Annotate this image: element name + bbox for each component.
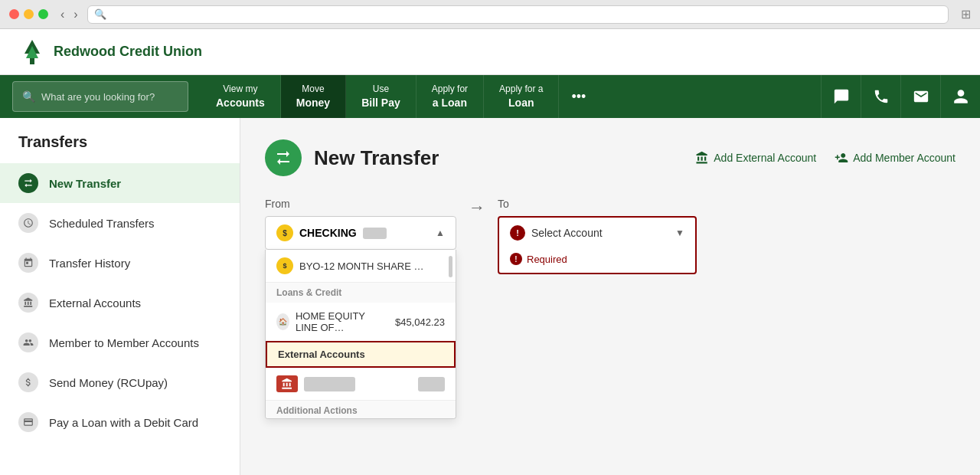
phone-icon: [873, 88, 890, 105]
from-group: From $ CHECKING •••••• ▲: [265, 198, 456, 250]
nav-apply-loan2[interactable]: Apply for a Loan: [484, 75, 559, 118]
browser-nav: ‹ ›: [57, 6, 81, 23]
sidebar-item-external-accounts[interactable]: External Accounts: [0, 283, 240, 323]
nav-apply-loan-top: Apply for: [432, 84, 468, 96]
nav-apply-loan-bottom: a Loan: [433, 96, 467, 110]
sidebar-item-external-label: External Accounts: [49, 296, 141, 310]
from-chevron-up-icon: ▲: [436, 228, 445, 238]
to-placeholder-text: Select Account: [531, 227, 603, 239]
nav-view-accounts-bottom: Accounts: [216, 96, 265, 110]
nav-more[interactable]: •••: [559, 75, 598, 118]
page-header: New Transfer Add External Account Add Me…: [265, 139, 956, 176]
sidebar-item-member-label: Member to Member Accounts: [49, 336, 199, 349]
transfer-arrows-icon: [274, 149, 292, 167]
additional-section-header: Additional Actions: [266, 400, 456, 418]
home-equity-badge: 🏠: [276, 313, 289, 330]
nav-items: View my Accounts Move Money Use Bill Pay…: [201, 75, 821, 118]
search-nav-icon: 🔍: [22, 90, 35, 103]
people-icon: [23, 337, 34, 348]
external-accounts-section: External Accounts: [266, 341, 456, 368]
back-button[interactable]: ‹: [57, 6, 67, 23]
page-transfer-icon: [265, 139, 302, 176]
to-selected-left: ! Select Account: [510, 225, 603, 241]
add-person-icon: [835, 151, 848, 165]
sidebar-item-send-money[interactable]: Send Money (RCUpay): [0, 362, 240, 402]
loans-section-header: Loans & Credit: [266, 282, 456, 303]
home-equity-item[interactable]: 🏠 HOME EQUITY LINE OF… $45,042.23: [266, 303, 456, 341]
new-transfer-icon: [18, 173, 38, 193]
add-member-account-button[interactable]: Add Member Account: [835, 151, 956, 165]
sidebar-item-member-accounts[interactable]: Member to Member Accounts: [0, 323, 240, 362]
to-error-row: ! Required: [499, 248, 695, 273]
search-box[interactable]: 🔍 What are you looking for?: [12, 81, 188, 112]
nav-bill-pay-bottom: Bill Pay: [361, 96, 400, 110]
page-title: New Transfer: [314, 146, 439, 170]
mail-button[interactable]: [900, 75, 940, 118]
main-layout: Transfers New Transfer Scheduled Transfe…: [0, 118, 980, 475]
logo[interactable]: Redwood Credit Union: [18, 38, 202, 66]
scheduled-icon: [18, 213, 38, 233]
external-account-item[interactable]: •••••••••••• •••••: [266, 368, 456, 400]
byo-label: BYO-12 MONTH SHARE …: [299, 260, 424, 272]
sidebar-item-pay-loan[interactable]: Pay a Loan with a Debit Card: [0, 402, 240, 442]
brand-name: Redwood Credit Union: [54, 44, 202, 60]
address-bar[interactable]: 🔍: [87, 5, 949, 24]
arrow-icon: →: [469, 198, 485, 218]
sidebar-item-send-money-label: Send Money (RCUpay): [49, 376, 168, 389]
external-icon: [18, 293, 38, 313]
nav-move-money[interactable]: Move Money: [281, 75, 346, 118]
checking-badge: $: [276, 224, 293, 241]
fullscreen-button[interactable]: [38, 9, 48, 19]
nav-actions: [821, 75, 980, 118]
to-label: To: [498, 198, 697, 210]
send-money-icon: [18, 372, 38, 392]
page-title-group: New Transfer: [265, 139, 439, 176]
minimize-button[interactable]: [24, 9, 34, 19]
external-account-number: •••••: [418, 377, 445, 391]
from-account-number: ••••••: [363, 228, 387, 239]
main-nav: 🔍 What are you looking for? View my Acco…: [0, 75, 980, 118]
scrollbar-thumb: [449, 256, 452, 277]
from-dropdown-container: $ CHECKING •••••• ▲ $ BYO-12 MONTH SHARE…: [265, 216, 456, 250]
from-dropdown-selected[interactable]: $ CHECKING •••••• ▲: [265, 216, 456, 250]
nav-apply-loan2-bottom: Loan: [508, 96, 534, 110]
search-icon: 🔍: [94, 8, 106, 20]
nav-move-money-top: Move: [302, 84, 324, 96]
external-accounts-section-label: External Accounts: [278, 349, 365, 360]
bank-logo-icon: [281, 378, 293, 390]
from-dropdown-menu: $ BYO-12 MONTH SHARE … Loans & Credit 🏠 …: [265, 250, 456, 419]
external-bank-icon: [276, 375, 298, 392]
sidebar-item-scheduled-transfers[interactable]: Scheduled Transfers: [0, 203, 240, 243]
add-external-account-button[interactable]: Add External Account: [695, 151, 816, 165]
nav-view-accounts[interactable]: View my Accounts: [201, 75, 281, 118]
home-equity-label: HOME EQUITY LINE OF…: [296, 310, 389, 333]
transfer-form: From $ CHECKING •••••• ▲: [265, 198, 956, 274]
to-dropdown-selected[interactable]: ! Select Account ▼: [499, 218, 695, 248]
nav-view-accounts-top: View my: [223, 84, 257, 96]
pay-loan-icon: [18, 412, 38, 432]
nav-apply-loan[interactable]: Apply for a Loan: [416, 75, 484, 118]
chat-button[interactable]: [821, 75, 861, 118]
external-account-name: ••••••••••••: [304, 377, 355, 391]
sidebar-item-new-transfer-label: New Transfer: [49, 177, 121, 190]
user-button[interactable]: [940, 75, 980, 118]
add-member-label: Add Member Account: [853, 152, 956, 164]
forward-button[interactable]: ›: [70, 6, 80, 23]
to-error-icon: !: [510, 253, 522, 265]
byo-share-item[interactable]: $ BYO-12 MONTH SHARE …: [266, 250, 456, 282]
sidebar-item-scheduled-label: Scheduled Transfers: [49, 217, 155, 230]
calendar-icon: [23, 257, 34, 268]
to-error-text: Required: [527, 254, 567, 265]
history-icon: [18, 253, 38, 273]
toolbar-icons: ⊞: [961, 7, 971, 21]
sidebar-title: Transfers: [0, 133, 240, 163]
phone-button[interactable]: [861, 75, 900, 118]
sidebar-item-new-transfer[interactable]: New Transfer: [0, 163, 240, 203]
close-button[interactable]: [9, 9, 19, 19]
nav-bill-pay[interactable]: Use Bill Pay: [346, 75, 416, 118]
sidebar-item-transfer-history[interactable]: Transfer History: [0, 243, 240, 283]
dollar-icon: [23, 377, 34, 388]
sidebar-item-history-label: Transfer History: [49, 257, 130, 270]
main-content: New Transfer Add External Account Add Me…: [240, 118, 980, 475]
loans-label: Loans & Credit: [276, 287, 341, 298]
